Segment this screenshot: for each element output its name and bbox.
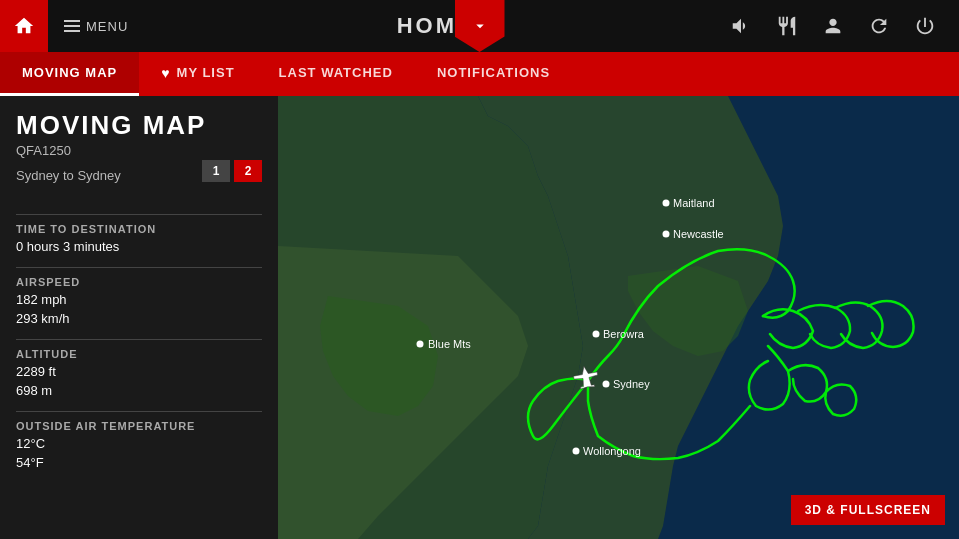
menu-button[interactable]: MENU <box>48 19 144 34</box>
svg-point-3 <box>663 231 670 238</box>
menu-lines-icon <box>64 20 80 32</box>
map-background: Maitland Newcastle Blue Mts Berowra Sydn… <box>278 96 959 539</box>
volume-icon[interactable] <box>727 12 755 40</box>
divider-4 <box>16 411 262 412</box>
map-svg: Maitland Newcastle Blue Mts Berowra Sydn… <box>278 96 959 539</box>
flight-route: Sydney to Sydney <box>16 168 121 183</box>
map-area: Maitland Newcastle Blue Mts Berowra Sydn… <box>278 96 959 539</box>
top-bar-icons <box>727 12 959 40</box>
power-icon[interactable] <box>911 12 939 40</box>
divider-2 <box>16 267 262 268</box>
stat-value-airspeed-mph: 182 mph <box>16 290 262 310</box>
view-button-1[interactable]: 1 <box>202 160 230 182</box>
brightness-icon[interactable] <box>865 12 893 40</box>
fullscreen-button[interactable]: 3D & FULLSCREEN <box>791 495 945 525</box>
stat-label-time: TIME TO DESTINATION <box>16 223 262 235</box>
stat-value-airspeed-kmh: 293 km/h <box>16 309 262 329</box>
stat-value-altitude-m: 698 m <box>16 381 262 401</box>
stat-label-temperature: OUTSIDE AIR TEMPERATURE <box>16 420 262 432</box>
divider-3 <box>16 339 262 340</box>
tab-my-list-label: MY LIST <box>177 65 235 80</box>
dropdown-indicator <box>455 0 505 52</box>
main-content: MOVING MAP QFA1250 Sydney to Sydney 1 2 … <box>0 96 959 539</box>
stat-airspeed: AIRSPEED 182 mph 293 km/h <box>16 276 262 329</box>
flight-number: QFA1250 <box>16 143 262 158</box>
stat-label-airspeed: AIRSPEED <box>16 276 262 288</box>
stat-value-time: 0 hours 3 minutes <box>16 237 262 257</box>
svg-text:Wollongong: Wollongong <box>583 445 641 457</box>
svg-text:Newcastle: Newcastle <box>673 228 724 240</box>
svg-text:Blue Mts: Blue Mts <box>428 338 471 350</box>
dining-icon[interactable] <box>773 12 801 40</box>
stat-temperature: OUTSIDE AIR TEMPERATURE 12°C 54°F <box>16 420 262 473</box>
svg-point-5 <box>417 341 424 348</box>
tab-last-watched-label: LAST WATCHED <box>279 65 393 80</box>
heart-icon: ♥ <box>161 65 170 81</box>
stat-altitude: ALTITUDE 2289 ft 698 m <box>16 348 262 401</box>
stat-label-altitude: ALTITUDE <box>16 348 262 360</box>
divider-1 <box>16 214 262 215</box>
tab-my-list[interactable]: ♥ MY LIST <box>139 52 256 96</box>
svg-point-7 <box>593 331 600 338</box>
svg-text:Sydney: Sydney <box>613 378 650 390</box>
svg-text:Maitland: Maitland <box>673 197 715 209</box>
top-bar: MENU HOME <box>0 0 959 52</box>
svg-point-11 <box>573 448 580 455</box>
tab-bar: MOVING MAP ♥ MY LIST LAST WATCHED NOTIFI… <box>0 52 959 96</box>
home-button[interactable] <box>0 0 48 52</box>
tab-moving-map-label: MOVING MAP <box>22 65 117 80</box>
stat-time-to-destination: TIME TO DESTINATION 0 hours 3 minutes <box>16 223 262 257</box>
stat-value-temperature-c: 12°C <box>16 434 262 454</box>
tab-notifications[interactable]: NOTIFICATIONS <box>415 52 572 96</box>
tab-moving-map[interactable]: MOVING MAP <box>0 52 139 96</box>
person-icon[interactable] <box>819 12 847 40</box>
tab-last-watched[interactable]: LAST WATCHED <box>257 52 415 96</box>
page-title: HOME <box>144 13 727 39</box>
left-panel: MOVING MAP QFA1250 Sydney to Sydney 1 2 … <box>0 96 278 539</box>
view-buttons: 1 2 <box>202 160 262 182</box>
stat-value-altitude-ft: 2289 ft <box>16 362 262 382</box>
stat-value-temperature-f: 54°F <box>16 453 262 473</box>
tab-notifications-label: NOTIFICATIONS <box>437 65 550 80</box>
svg-point-9 <box>603 381 610 388</box>
view-button-2[interactable]: 2 <box>234 160 262 182</box>
svg-text:Berowra: Berowra <box>603 328 645 340</box>
svg-point-1 <box>663 200 670 207</box>
chevron-down-icon <box>471 17 489 35</box>
moving-map-title: MOVING MAP <box>16 110 262 141</box>
menu-label: MENU <box>86 19 128 34</box>
home-icon <box>13 15 35 37</box>
